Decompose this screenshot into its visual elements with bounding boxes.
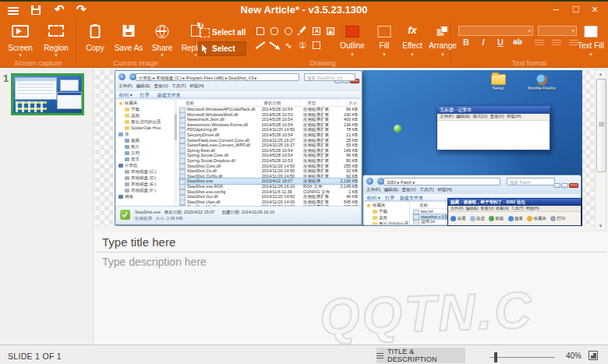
zoom-slider-thumb[interactable] [494,352,497,362]
shape-tool-button[interactable]: ∿ [282,39,295,51]
maximize-button[interactable]: □ [567,3,585,15]
tree-item[interactable]: 桌面 [364,214,409,221]
menu-bar[interactable]: 文件(F) 编辑(E) 查看(V) 工具(T) 帮助(H) [366,187,452,193]
file-row[interactable]: StepShot.CsXls.dll2014/11/20 14:50应用程序扩展… [179,174,358,179]
file-row[interactable]: StepShot.Utps.dll2014/11/20 14:00应用程序扩展5… [179,200,358,205]
file-row[interactable]: StepShot.exe.config2014/11/6 11:39CONFIG… [179,189,358,195]
address-bar[interactable]: ‹ › 3282 ▸ Patch ▸ 搜索 Patch [366,178,578,186]
back-icon[interactable]: ‹ [118,73,125,80]
slide-thumbnail[interactable] [11,73,84,115]
tree-item[interactable]: 最近访问的位置 [364,221,409,224]
align-left-icon[interactable] [535,40,544,46]
strikethrough-button[interactable]: ab [511,37,524,46]
forum-menu[interactable]: 文件(F) 编辑(E) 查看(V) 收藏(A) 工具(T) 帮助(H) [448,206,581,212]
file-row[interactable]: StepShot.exe2015/4/22 15:07应用程序2,130 KB [179,178,358,184]
explorer-window-stepshot[interactable]: ‹ › 计算机 ▸ 本地磁盘 (C:) ▸ Program Files (x86… [115,70,362,225]
zoom-slider-track[interactable] [490,357,555,358]
tree-item[interactable]: 文档 [116,150,174,156]
tree-scrollbar[interactable] [174,100,177,207]
shape-tool-button[interactable] [268,39,281,51]
shape-tool-button[interactable] [268,25,281,37]
file-row[interactable]: Microsoft.WindowsShell.dll2014/5/28 10:5… [179,112,358,118]
tree-item[interactable]: 本地磁盘 (F:) [116,187,174,193]
shape-tool-button[interactable] [310,39,323,51]
shape-tool-button[interactable] [282,25,295,37]
tree-item[interactable]: 网络 [116,193,174,200]
shape-tool-button[interactable] [324,25,337,37]
file-row[interactable]: SecurityDriver.dll2014/5/28 10:54应用程序扩展2… [179,133,358,138]
minimize-button[interactable]: – [547,3,564,15]
notepad-menu[interactable]: 文件(F) 编辑(E) 格式(O) 查看(V) 帮助(H) [437,114,550,121]
column-headers[interactable]: 名称修改日期类型大小 [179,100,358,107]
tree-item[interactable]: 音乐 [116,156,174,162]
tree-item[interactable]: 桌面 [116,112,174,118]
description-field[interactable]: Type description here [102,256,207,268]
breadcrumb[interactable]: 3282 ▸ Patch ▸ [384,178,500,186]
title-field[interactable]: Type title here [102,235,175,249]
column-name[interactable]: 名称 [179,100,256,106]
tree-item[interactable]: 本地磁盘 (E:) [116,181,174,187]
select-all-button[interactable]: Select all [198,25,246,40]
column-name[interactable]: 类型 [300,100,338,106]
column-name[interactable]: 修改日期 [256,100,300,106]
shape-tool-button[interactable]: A [310,25,323,37]
forum-toolbar-button[interactable]: 刷新 [489,216,504,221]
search-input[interactable]: 搜索 StepShot_V3 [304,73,355,81]
file-row[interactable]: Spring.Social.Core.dll2014/5/28 10:54应用程… [179,153,358,158]
captured-screenshot[interactable]: Setup Mozilla Firefox ‹ › 计算机 ▸ 本地磁盘 (C:… [115,70,582,226]
breadcrumb[interactable]: 计算机 ▸ 本地磁盘 (C:) ▸ Program Files (x86) ▸ … [136,73,299,81]
file-row[interactable]: StepShot.Core.dll2014/11/20 14:50应用程序扩展2… [179,164,358,169]
file-row[interactable]: Spring.Rest.dll2014/5/28 10:54应用程序扩展146 … [179,148,358,154]
forum-toolbar-button[interactable]: 后退 [451,216,466,221]
tree-item[interactable]: 本地磁盘 (C:) [116,168,174,175]
file-row[interactable]: Newtonsoft.Json.dll2014/5/28 10:54应用程序扩展… [179,117,358,122]
tree-item[interactable]: 视频 [116,137,174,143]
forum-toolbar-button[interactable]: 收藏夹 [527,216,546,221]
shape-tool-button[interactable] [296,25,309,37]
file-row[interactable]: Microsoft.WindowsAPICodePack.dll2014/5/2… [179,107,358,112]
italic-button[interactable]: I [477,37,490,47]
desktop-icon-firefox[interactable]: Mozilla Firefox [525,74,559,90]
region-button[interactable]: Region ▾ [39,23,73,60]
menu-bar[interactable]: 文件(F) 编辑(E) 查看(V) 工具(T) 帮助(H) [118,83,204,90]
font-family-combobox[interactable]: ▾ [458,26,533,36]
file-row[interactable]: StepShot.Gui.dll2014/11/20 14:50应用程序扩展46… [179,194,358,200]
tree-item[interactable]: 本地磁盘 (D:) [116,175,174,181]
scroll-up-icon[interactable]: ▲ [596,72,606,76]
bold-button[interactable]: B [460,37,472,47]
underline-button[interactable]: U [494,37,507,47]
forum-browser-window[interactable]: 隐藏：谢谢啦，终于等到了 - 3282 论坛 文件(F) 编辑(E) 查看(V)… [447,198,581,226]
share-button[interactable]: Share ▾ [147,23,178,60]
tree-item[interactable]: 下载 [364,208,409,214]
scrollbar-thumb[interactable] [596,79,606,172]
tree-item[interactable]: 库 [116,131,174,137]
file-row[interactable]: StepShot.exe.RGK2014/11/26 16:10RGK 文件2,… [179,184,358,189]
tree-item[interactable]: 计算机 [116,162,174,168]
file-row[interactable]: Spring.Social.Dropbox.dll2014/5/28 10:53… [179,158,358,164]
forum-toolbar-button[interactable]: 打印 [550,216,566,221]
file-row[interactable]: SetterFastLines.Convert.Core.dll2014/11/… [179,138,358,143]
tree-item[interactable]: 图片 [116,143,174,150]
desktop-icon-folder[interactable]: Setup [481,74,515,90]
screen-button[interactable]: Screen ▾ [3,23,37,60]
forum-toolbar-button[interactable]: 搜索 [508,216,524,221]
file-row[interactable]: StepShot.Cs.dll2014/11/20 14:50应用程序扩展32 … [179,168,358,174]
tree-item[interactable]: SpiderOak Hive [116,125,174,131]
tree-item[interactable]: 最近访问的位置 [116,118,174,125]
command-bar[interactable]: 组织 ▾ 打开 新建文件夹 [116,90,361,98]
save-as-button[interactable]: Save As [111,23,147,60]
copy-button[interactable]: Copy [80,23,111,60]
align-center-icon[interactable] [552,40,561,46]
select-button[interactable]: Select [198,41,246,56]
shape-tool-button[interactable] [254,25,267,37]
address-bar[interactable]: ‹ › 计算机 ▸ 本地磁盘 (C:) ▸ Program Files (x86… [118,73,359,82]
notepad-window[interactable]: 无标题 - 记事本 文件(F) 编辑(E) 格式(O) 查看(V) 帮助(H) [437,105,550,150]
canvas-scrollbar[interactable]: ▲ ▼ [595,69,606,231]
tree-item[interactable]: 收藏夹 [116,100,174,106]
back-icon[interactable]: ‹ [366,178,373,185]
tree-item[interactable]: 收藏夹 [364,202,409,208]
tree-item[interactable]: 下载 [116,106,174,112]
font-size-combobox[interactable]: ▾ [538,26,577,36]
file-row[interactable]: Awesomium.Windows.Forms.dll2014/5/28 10:… [179,122,358,128]
shape-tool-button[interactable]: ① [296,39,309,51]
